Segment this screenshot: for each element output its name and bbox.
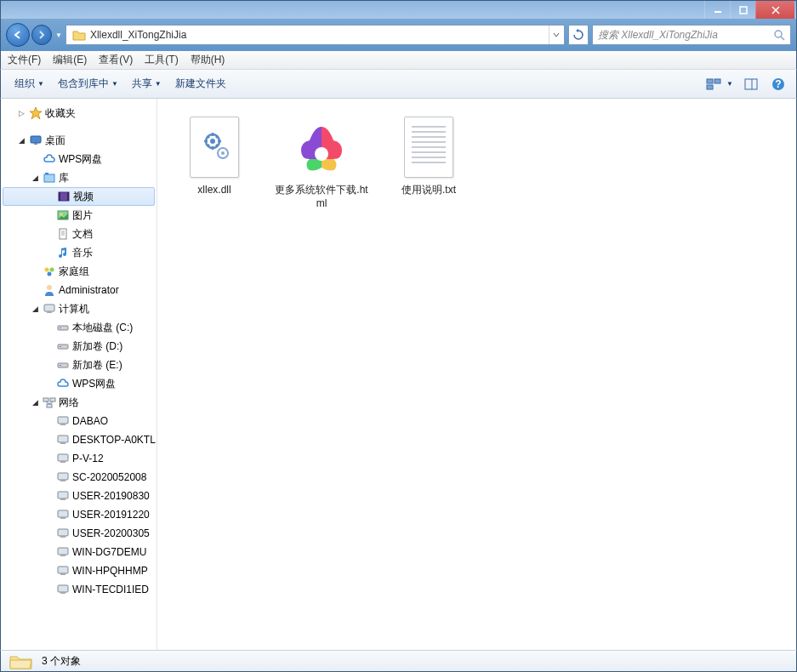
computer-icon: [42, 301, 57, 316]
cloud-icon: [42, 151, 57, 167]
computer-icon: [55, 563, 71, 578]
file-item-dll[interactable]: xllex.dll: [164, 111, 265, 201]
address-dropdown-icon[interactable]: [549, 26, 562, 44]
svg-point-4: [775, 31, 782, 37]
file-list[interactable]: xllex.dll 更多系统软件下载.html 使用说明.txt: [157, 99, 796, 650]
svg-rect-47: [58, 454, 68, 461]
computer-icon: [55, 488, 71, 504]
menu-help[interactable]: 帮助(H): [191, 53, 225, 67]
tree-network-computer[interactable]: USER-20200305: [1, 524, 157, 543]
include-in-library-button[interactable]: 包含到库中▼: [53, 75, 123, 93]
drive-icon: [55, 320, 71, 335]
file-item-txt[interactable]: 使用说明.txt: [379, 111, 479, 201]
search-field[interactable]: 搜索 Xllexdll_XiTongZhiJia: [592, 25, 791, 45]
svg-rect-19: [67, 192, 69, 201]
tree-wps[interactable]: WPS网盘: [1, 150, 157, 168]
maximize-button[interactable]: [730, 1, 755, 19]
tree-network-computer[interactable]: USER-20190830: [1, 487, 157, 505]
tree-music[interactable]: 音乐: [1, 243, 157, 262]
svg-rect-36: [58, 363, 68, 367]
svg-point-29: [47, 285, 52, 290]
history-dropdown-icon[interactable]: ▼: [55, 31, 62, 39]
user-icon: [42, 282, 57, 298]
chevron-down-icon[interactable]: ▼: [726, 80, 733, 88]
help-button[interactable]: ?: [769, 75, 788, 94]
titlebar: [0, 0, 797, 19]
file-item-html[interactable]: 更多系统软件下载.html: [271, 111, 372, 214]
svg-rect-62: [60, 592, 65, 594]
svg-point-64: [210, 139, 215, 144]
search-placeholder: 搜索 Xllexdll_XiTongZhiJia: [598, 28, 773, 43]
svg-rect-22: [60, 229, 66, 239]
refresh-button[interactable]: [568, 25, 589, 45]
svg-text:?: ?: [775, 78, 781, 90]
tree-desktop[interactable]: ◢ 桌面: [1, 131, 157, 150]
folder-icon: [8, 652, 35, 670]
collapse-icon[interactable]: ◢: [30, 304, 40, 314]
svg-rect-34: [58, 345, 68, 349]
collapse-icon[interactable]: ◢: [16, 135, 26, 145]
new-folder-button[interactable]: 新建文件夹: [170, 75, 231, 93]
svg-rect-13: [31, 136, 41, 143]
address-text: Xllexdll_XiTongZhiJia: [90, 29, 549, 41]
svg-rect-40: [47, 404, 52, 407]
chevron-down-icon: ▼: [155, 80, 162, 88]
navigation-tree[interactable]: ▷ 收藏夹 ◢ 桌面 WPS网盘 ◢库 视频 图片 文档 音乐 家庭组 Admi…: [1, 99, 157, 650]
view-options-button[interactable]: [704, 75, 723, 94]
svg-rect-7: [714, 79, 720, 83]
tree-network-computer[interactable]: SC-2020052008: [1, 468, 157, 487]
tree-computer[interactable]: ◢计算机: [1, 299, 157, 318]
back-button[interactable]: [6, 23, 30, 47]
tree-wps-drive[interactable]: WPS网盘: [1, 374, 157, 393]
tree-libraries[interactable]: ◢库: [1, 168, 157, 187]
computer-icon: [55, 582, 71, 597]
libraries-icon: [42, 170, 57, 185]
drive-icon: [55, 357, 71, 373]
minimize-button[interactable]: [704, 1, 730, 19]
svg-rect-52: [60, 498, 65, 500]
svg-rect-48: [60, 461, 65, 463]
collapse-icon[interactable]: ◢: [30, 173, 40, 183]
network-icon: [42, 395, 57, 410]
tree-admin[interactable]: Administrator: [1, 281, 157, 299]
tree-network-computer[interactable]: WIN-TECDI1IED: [1, 580, 157, 599]
svg-rect-45: [58, 436, 68, 442]
menu-file[interactable]: 文件(F): [8, 53, 41, 67]
tree-network-computer[interactable]: WIN-DG7DEMU: [1, 543, 157, 561]
svg-rect-8: [707, 85, 713, 89]
tree-network[interactable]: ◢网络: [1, 393, 157, 412]
expand-icon[interactable]: ▷: [16, 108, 26, 118]
computer-icon: [55, 432, 71, 447]
organize-button[interactable]: 组织▼: [9, 75, 49, 93]
menu-view[interactable]: 查看(V): [99, 53, 133, 67]
svg-rect-53: [58, 510, 68, 517]
menu-tools[interactable]: 工具(T): [145, 53, 178, 67]
close-button[interactable]: [755, 1, 794, 19]
computer-icon: [55, 526, 71, 541]
tree-homegroup[interactable]: 家庭组: [1, 262, 157, 281]
tree-network-computer[interactable]: WIN-HPQHHMP: [1, 561, 157, 580]
tree-network-computer[interactable]: DABAO: [1, 412, 157, 430]
tree-videos[interactable]: 视频: [3, 187, 155, 206]
svg-rect-14: [34, 143, 37, 145]
svg-point-21: [60, 214, 63, 216]
tree-documents[interactable]: 文档: [1, 225, 157, 243]
tree-drive-d[interactable]: 新加卷 (D:): [1, 337, 157, 356]
tree-pictures[interactable]: 图片: [1, 206, 157, 225]
collapse-icon[interactable]: ◢: [30, 397, 40, 407]
address-field[interactable]: Xllexdll_XiTongZhiJia: [65, 25, 565, 45]
tree-network-computer[interactable]: P-V-12: [1, 449, 157, 468]
tree-network-computer[interactable]: USER-20191220: [1, 505, 157, 524]
status-bar: 3 个对象: [0, 650, 797, 672]
computer-icon: [55, 470, 71, 485]
share-button[interactable]: 共享▼: [127, 75, 167, 93]
preview-pane-button[interactable]: [742, 75, 760, 94]
tree-network-computer[interactable]: DESKTOP-A0KTL: [1, 430, 157, 449]
tree-favorites[interactable]: ▷ 收藏夹: [1, 104, 157, 122]
forward-button[interactable]: [31, 25, 52, 45]
dll-file-icon: [181, 114, 248, 180]
tree-drive-e[interactable]: 新加卷 (E:): [1, 356, 157, 374]
menu-edit[interactable]: 编辑(E): [53, 53, 87, 67]
svg-rect-57: [58, 548, 68, 555]
tree-drive-c[interactable]: 本地磁盘 (C:): [1, 318, 157, 337]
